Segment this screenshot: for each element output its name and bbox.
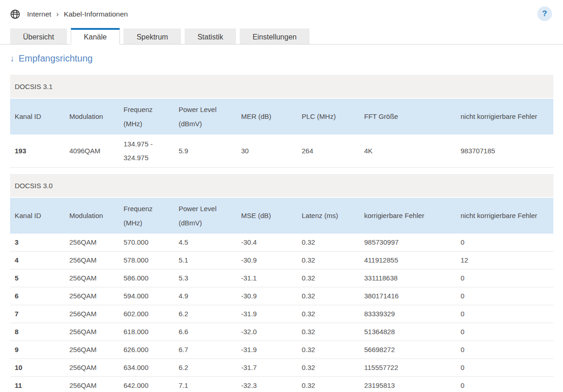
table-cell: -31.9 (236, 342, 297, 358)
table-cell: 4 (10, 252, 65, 269)
table-cell: 634.000 (119, 359, 174, 376)
table-cell: 411912855 (360, 252, 456, 269)
table-cell: 0 (456, 342, 553, 358)
breadcrumb-page: Kabel-Informationen (64, 10, 128, 18)
breadcrumb-section[interactable]: Internet (27, 10, 51, 18)
table-row: 10256QAM634.0006.2-31.70.321155577220 (10, 359, 553, 377)
table-cell: 5.9 (174, 143, 236, 159)
docsis31-table: DOCSIS 3.1 Kanal IDModulationFrequenz (M… (10, 75, 553, 168)
table-cell: 380171416 (360, 288, 456, 304)
table-cell: 83339329 (360, 306, 456, 322)
table-cell: 256QAM (65, 359, 119, 376)
table-cell: 51364828 (360, 324, 456, 340)
tab-statistik[interactable]: Statistik (185, 28, 236, 44)
column-header: Frequenz (MHz) (119, 100, 174, 134)
column-header: FFT Größe (360, 106, 456, 127)
table-row: 11256QAM642.0007.1-32.30.32231958130 (10, 377, 553, 392)
table-cell: 23195813 (360, 377, 456, 392)
table-cell: 4.5 (174, 234, 236, 251)
tab-bar: Übersicht Kanäle Spektrum Statistik Eins… (0, 28, 563, 45)
table-cell: 56698272 (360, 342, 456, 358)
table-cell: 4.9 (174, 288, 236, 304)
table-cell: 0.32 (297, 270, 360, 286)
table-cell: 7 (10, 306, 65, 322)
table-cell: 115557722 (360, 359, 456, 376)
table-cell: 618.000 (119, 324, 174, 340)
table-cell: 0 (456, 288, 553, 304)
table-cell: 256QAM (65, 234, 119, 251)
table-cell: -31.9 (236, 306, 297, 322)
table-cell: 0.32 (297, 359, 360, 376)
table-cell: 256QAM (65, 377, 119, 392)
table-cell: 0.32 (297, 306, 360, 322)
docsis31-body: 1934096QAM134.975 - 324.9755.9302644K983… (10, 134, 553, 168)
table-cell: 0.32 (297, 342, 360, 358)
table-cell: 6 (10, 288, 65, 304)
section-heading-label: Empfangsrichtung (19, 53, 93, 64)
docsis30-header-row: Kanal IDModulationFrequenz (MHz)Power Le… (10, 198, 553, 234)
tab-spektrum[interactable]: Spektrum (124, 28, 180, 44)
tab-kanaele[interactable]: Kanäle (71, 28, 120, 45)
docsis30-title: DOCSIS 3.0 (10, 174, 553, 197)
tab-einstellungen[interactable]: Einstellungen (240, 28, 310, 44)
table-cell: 10 (10, 359, 65, 376)
table-cell: 0.32 (297, 377, 360, 392)
table-cell: 5.3 (174, 270, 236, 286)
column-header: Power Level (dBmV) (174, 100, 236, 134)
table-cell: -31.7 (236, 359, 297, 376)
section-heading-empfangsrichtung: ↓ Empfangsrichtung (10, 53, 553, 64)
table-cell: -30.9 (236, 288, 297, 304)
table-cell: 3 (10, 234, 65, 251)
column-header: PLC (MHz) (297, 106, 360, 127)
table-cell: 0.32 (297, 252, 360, 269)
table-cell: 5 (10, 270, 65, 286)
table-cell: 626.000 (119, 342, 174, 358)
table-row: 5256QAM586.0005.3-31.10.323311186380 (10, 269, 553, 287)
table-cell: 5.1 (174, 252, 236, 269)
table-cell: -30.9 (236, 252, 297, 269)
table-cell: -30.4 (236, 234, 297, 251)
table-cell: 6.2 (174, 306, 236, 322)
table-cell: -32.3 (236, 377, 297, 392)
table-cell: 6.2 (174, 359, 236, 376)
table-cell: 11 (10, 377, 65, 392)
table-cell: 256QAM (65, 270, 119, 286)
docsis31-header-row: Kanal IDModulationFrequenz (MHz)Power Le… (10, 99, 553, 134)
table-cell: 134.975 - 324.975 (119, 136, 174, 166)
table-cell: 256QAM (65, 324, 119, 340)
help-button[interactable]: ? (537, 6, 552, 21)
column-header: Kanal ID (10, 106, 65, 127)
table-cell: 983707185 (456, 143, 553, 159)
column-header: MER (dB) (236, 106, 297, 127)
table-cell: 0 (456, 234, 553, 251)
table-cell: 6.6 (174, 324, 236, 340)
top-bar: Internet › Kabel-Informationen ? (0, 0, 563, 28)
table-cell: 6.7 (174, 342, 236, 358)
table-cell: 4K (360, 143, 456, 159)
table-cell: 0 (456, 377, 553, 392)
table-cell: 0 (456, 270, 553, 286)
table-cell: -31.1 (236, 270, 297, 286)
table-row: 8256QAM618.0006.6-32.00.32513648280 (10, 323, 553, 341)
table-cell: 256QAM (65, 252, 119, 269)
table-row: 7256QAM602.0006.2-31.90.32833393290 (10, 305, 553, 323)
column-header: Power Level (dBmV) (174, 199, 236, 233)
table-cell: 12 (456, 252, 553, 269)
tab-uebersicht[interactable]: Übersicht (10, 28, 67, 44)
table-cell: 30 (236, 143, 297, 159)
table-cell: 578.000 (119, 252, 174, 269)
column-header: Modulation (65, 106, 119, 127)
docsis30-table: DOCSIS 3.0 Kanal IDModulationFrequenz (M… (10, 174, 553, 392)
table-row: 4256QAM578.0005.1-30.90.3241191285512 (10, 252, 553, 269)
column-header: Frequenz (MHz) (119, 199, 174, 233)
column-header: Modulation (65, 206, 119, 226)
table-row: 6256QAM594.0004.9-30.90.323801714160 (10, 287, 553, 305)
table-cell: 985730997 (360, 234, 456, 251)
docsis31-title: DOCSIS 3.1 (10, 75, 553, 98)
table-cell: 0.32 (297, 324, 360, 340)
table-cell: 331118638 (360, 270, 456, 286)
table-cell: 256QAM (65, 288, 119, 304)
table-cell: 4096QAM (65, 143, 119, 159)
table-row: 9256QAM626.0006.7-31.90.32566982720 (10, 341, 553, 359)
column-header: nicht korrigierbare Fehler (456, 106, 553, 127)
